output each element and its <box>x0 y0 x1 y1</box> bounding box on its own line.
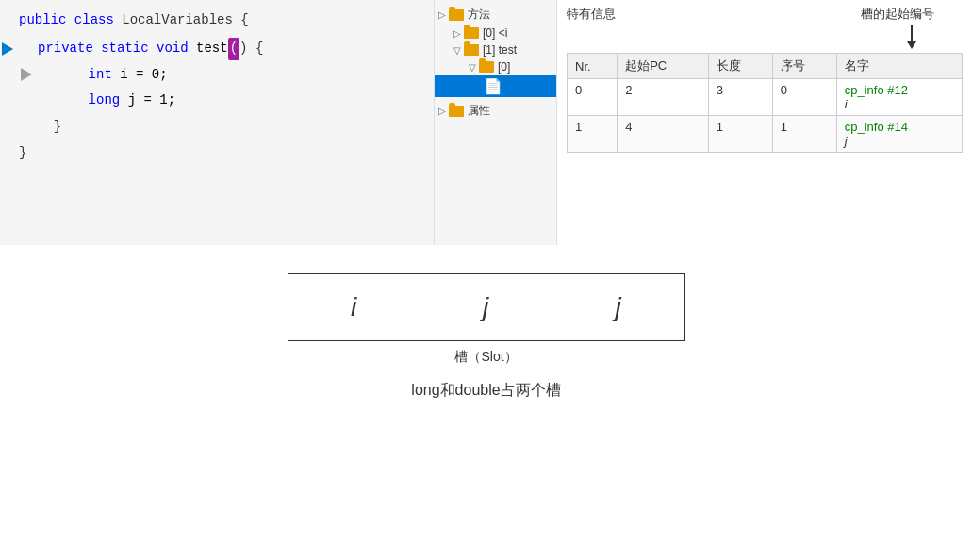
kw-class: class <box>74 9 114 32</box>
tree-arrow-1: ▽ <box>453 45 461 56</box>
table-container: Nr. 起始PC 长度 序号 名字 0 2 3 0 cp_info #12 i … <box>557 53 972 153</box>
cell-length: 3 <box>708 79 772 116</box>
tree-label-selected <box>506 80 509 93</box>
name-link[interactable]: cp_info #14 <box>845 120 908 134</box>
var-i: i <box>120 64 127 87</box>
arrow-marker-blue <box>2 42 13 56</box>
method-name: test <box>196 38 228 60</box>
tree-item-1-sub0[interactable]: ▽ [0] <box>435 58 556 75</box>
code-line-2: private static void test() { <box>19 38 434 60</box>
cell-nr: 1 <box>568 116 618 153</box>
folder-icon-0 <box>464 27 479 39</box>
tree-label-1: [1] test <box>483 43 517 57</box>
tree-item-selected[interactable]: 📄 <box>435 75 556 97</box>
bottom-section: ijj 槽（Slot） long和double占两个槽 <box>0 245 972 420</box>
class-name: LocalVariables <box>122 9 233 32</box>
method-paren: ( <box>228 38 239 60</box>
name-var: i <box>845 97 848 111</box>
table-header-right: 槽的起始编号 <box>861 7 934 21</box>
cell-length: 1 <box>708 116 772 153</box>
col-name: 名字 <box>836 54 962 79</box>
tree-label-attr: 属性 <box>468 103 490 119</box>
folder-icon-methods <box>449 9 464 21</box>
cell-startpc: 4 <box>618 116 709 153</box>
tree-label-1-sub0: [0] <box>498 60 510 74</box>
tree-item-0[interactable]: ▷ [0] <i <box>435 25 556 41</box>
tree-arrow-attr: ▷ <box>438 106 446 116</box>
folder-icon-attr <box>449 106 464 117</box>
col-startpc: 起始PC <box>618 54 709 79</box>
brace-open: { <box>240 9 248 32</box>
code-panel: public class LocalVariables { private st… <box>0 0 434 245</box>
tree-attr[interactable]: ▷ 属性 <box>435 101 556 121</box>
code-line-6: } <box>19 142 434 165</box>
arrow-tip <box>907 41 916 49</box>
arrow-marker-gray <box>21 68 32 81</box>
val-i: = 0; <box>136 64 168 87</box>
kw-long: long <box>89 90 121 112</box>
slot-cell: j <box>552 274 684 340</box>
cell-name: cp_info #12 i <box>836 79 962 116</box>
code-line-3: int i = 0; <box>38 64 434 87</box>
tree-label-methods: 方法 <box>468 7 490 23</box>
folder-icon-1-sub0 <box>479 61 494 73</box>
tree-arrow-methods: ▷ <box>438 9 446 20</box>
cell-startpc: 2 <box>618 79 709 116</box>
table-row: 0 2 3 0 cp_info #12 i <box>568 79 963 116</box>
kw-void: void <box>157 38 189 60</box>
tree-label-0: [0] <i <box>483 26 507 40</box>
top-section: public class LocalVariables { private st… <box>0 0 972 245</box>
cell-index: 0 <box>772 79 836 116</box>
indent2b <box>57 90 89 112</box>
indent2 <box>57 64 89 87</box>
table-panel: 特有信息 槽的起始编号 Nr. 起始PC 长度 序号 名字 <box>556 0 972 245</box>
doc-icon: 📄 <box>484 77 502 95</box>
slot-cell: j <box>420 274 552 340</box>
tree-arrow-0: ▷ <box>453 28 461 39</box>
cell-index: 1 <box>772 116 836 153</box>
brace-class-close: } <box>19 142 26 165</box>
code-line-1: public class LocalVariables { <box>19 9 434 32</box>
kw-public: public <box>19 9 66 32</box>
kw-int: int <box>89 64 112 87</box>
data-table: Nr. 起始PC 长度 序号 名字 0 2 3 0 cp_info #12 i … <box>567 53 963 153</box>
arrow-annotation <box>907 25 916 49</box>
val-j: = 1; <box>143 90 175 112</box>
kw-static: static <box>101 38 148 60</box>
cell-name: cp_info #14 j <box>836 116 962 153</box>
table-header-left: 特有信息 <box>567 6 616 23</box>
slot-label: 槽（Slot） <box>454 349 517 366</box>
name-link[interactable]: cp_info #12 <box>845 83 908 97</box>
table-row: 1 4 1 1 cp_info #14 j <box>568 116 963 153</box>
paren-close-rest: ) { <box>239 38 263 60</box>
arrow-line <box>911 25 913 41</box>
var-j: j <box>128 90 136 112</box>
brace-method-close: } <box>38 116 61 139</box>
tree-panel: ▷ 方法 ▷ [0] <i ▽ [1] test ▽ [0] 📄 ▷ 属性 <box>434 0 556 245</box>
tree-methods[interactable]: ▷ 方法 <box>435 5 556 25</box>
folder-icon-1 <box>464 44 479 56</box>
kw-private: private <box>38 38 93 60</box>
bottom-note: long和double占两个槽 <box>411 381 560 401</box>
col-index: 序号 <box>772 54 836 79</box>
col-length: 长度 <box>708 54 772 79</box>
slot-diagram: ijj <box>288 273 685 341</box>
tree-item-1[interactable]: ▽ [1] test <box>435 41 556 58</box>
col-nr: Nr. <box>568 54 618 79</box>
cell-nr: 0 <box>568 79 618 116</box>
tree-arrow-1-sub0: ▽ <box>469 62 476 73</box>
slot-cell: i <box>288 274 420 340</box>
name-var: j <box>845 134 848 148</box>
code-line-4: long j = 1; <box>38 90 434 112</box>
code-line-5: } <box>19 116 434 139</box>
